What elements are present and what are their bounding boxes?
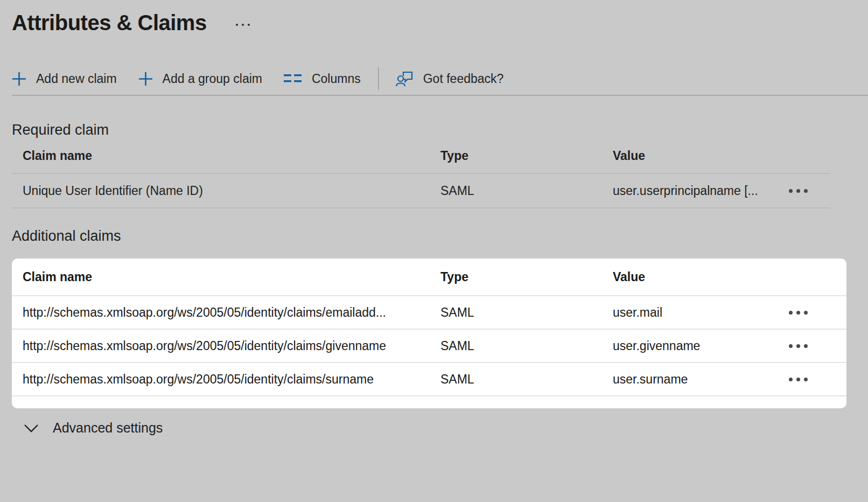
got-feedback-label: Got feedback? <box>423 72 504 86</box>
row-context-menu-ellipsis-icon[interactable] <box>786 186 811 196</box>
claim-value-cell: user.userprincipalname [... <box>613 184 758 198</box>
column-header-value: Value <box>613 149 830 163</box>
claim-name-cell: Unique User Identifier (Name ID) <box>12 184 440 198</box>
attributes-claims-page: Attributes & Claims Add new claim Add a … <box>0 0 868 436</box>
add-new-claim-button[interactable]: Add new claim <box>12 72 117 86</box>
claim-value-cell: user.surname <box>613 372 688 387</box>
required-claim-heading: Required claim <box>0 122 868 138</box>
claim-row-surname[interactable]: http://schemas.xmlsoap.org/ws/2005/05/id… <box>12 363 846 396</box>
add-group-claim-button[interactable]: Add a group claim <box>138 72 262 86</box>
claim-row-emailaddress[interactable]: http://schemas.xmlsoap.org/ws/2005/05/id… <box>12 296 846 330</box>
claim-type-cell: SAML <box>440 305 613 320</box>
row-context-menu-ellipsis-icon[interactable] <box>786 341 811 351</box>
add-new-claim-label: Add new claim <box>36 72 117 86</box>
column-header-type: Type <box>440 270 613 284</box>
row-context-menu-ellipsis-icon[interactable] <box>786 308 811 318</box>
table-footer-spacer <box>12 396 846 408</box>
add-group-claim-label: Add a group claim <box>163 72 262 86</box>
edit-columns-icon <box>284 73 302 85</box>
required-claim-row[interactable]: Unique User Identifier (Name ID) SAML us… <box>12 174 830 208</box>
columns-button[interactable]: Columns <box>284 72 361 86</box>
required-claim-table: Claim name Type Value Unique User Identi… <box>12 138 830 208</box>
command-bar: Add new claim Add a group claim Columns <box>12 70 868 96</box>
got-feedback-button[interactable]: Got feedback? <box>395 70 504 87</box>
chevron-down-icon <box>24 424 39 433</box>
page-header: Attributes & Claims <box>0 8 868 38</box>
claim-type-cell: SAML <box>440 184 613 198</box>
column-header-claim-name: Claim name <box>12 149 440 163</box>
column-header-value: Value <box>613 270 846 284</box>
plus-icon <box>138 72 153 86</box>
claim-type-cell: SAML <box>440 339 613 353</box>
plus-icon <box>12 72 26 86</box>
claim-value-cell: user.mail <box>613 305 662 320</box>
additional-claims-table: Claim name Type Value http://schemas.xml… <box>12 259 846 408</box>
page-title: Attributes & Claims <box>12 11 207 35</box>
additional-claims-heading: Additional claims <box>0 228 868 245</box>
additional-table-header: Claim name Type Value <box>12 259 846 296</box>
claim-name-cell: http://schemas.xmlsoap.org/ws/2005/05/id… <box>12 372 440 387</box>
claim-value-cell: user.givenname <box>613 339 700 353</box>
row-context-menu-ellipsis-icon[interactable] <box>786 374 811 385</box>
column-header-claim-name: Claim name <box>12 270 440 284</box>
claim-type-cell: SAML <box>440 372 613 387</box>
page-context-menu-ellipsis-icon[interactable] <box>236 24 250 26</box>
toolbar-divider <box>378 67 379 90</box>
claim-name-cell: http://schemas.xmlsoap.org/ws/2005/05/id… <box>12 339 440 353</box>
columns-label: Columns <box>312 72 361 86</box>
column-header-type: Type <box>440 149 613 163</box>
claim-row-givenname[interactable]: http://schemas.xmlsoap.org/ws/2005/05/id… <box>12 330 846 363</box>
required-table-header: Claim name Type Value <box>12 138 830 174</box>
advanced-settings-label: Advanced settings <box>53 420 163 436</box>
advanced-settings-toggle[interactable]: Advanced settings <box>24 420 163 436</box>
feedback-person-chat-icon <box>395 70 414 87</box>
claim-name-cell: http://schemas.xmlsoap.org/ws/2005/05/id… <box>12 305 440 320</box>
